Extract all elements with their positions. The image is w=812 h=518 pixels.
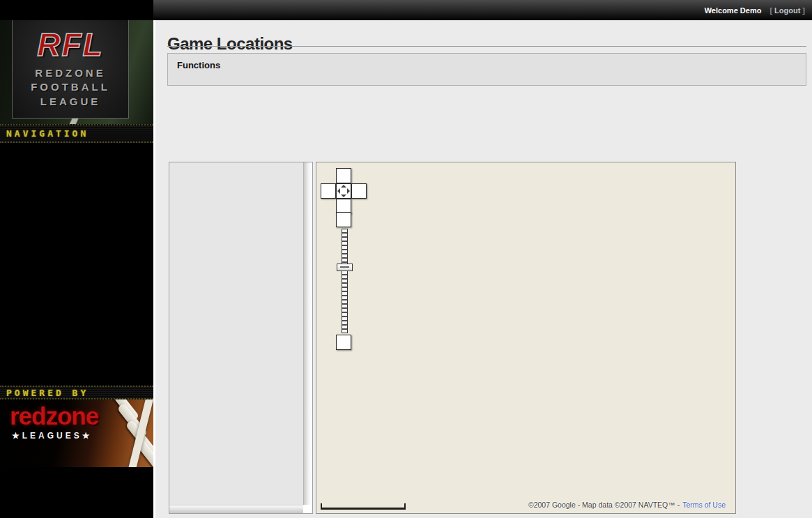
- welcome-text: Welcome Demo: [705, 6, 762, 15]
- powered-by-strip: POWERED BY: [0, 386, 153, 399]
- pan-right-button[interactable]: [351, 183, 367, 199]
- copyright-text: ©2007 Google - Map data ©2007 NAVTEQ™ -: [528, 501, 680, 509]
- zoom-in-button[interactable]: [336, 212, 351, 227]
- zoom-slider[interactable]: [342, 229, 348, 333]
- navigation-header-strip: NAVIGATION: [0, 124, 153, 143]
- powered-by-label: POWERED BY: [6, 388, 89, 398]
- rfl-logo: RFL REDZONE FOOTBALL LEAGUE: [12, 19, 129, 119]
- main-content: Game Locations Functions: [153, 0, 812, 518]
- sidebar: RFL REDZONE FOOTBALL LEAGUE NAVIGATION P…: [0, 0, 153, 518]
- topbar-left-cap: [0, 0, 153, 20]
- functions-heading: Functions: [177, 60, 797, 70]
- logout-bracket-right: ]: [802, 6, 805, 15]
- locations-panel: [169, 162, 313, 514]
- center-arrow-left-icon: [337, 188, 340, 194]
- brand-logo: redzone ★LEAGUES★: [0, 399, 153, 467]
- topbar: Welcome Demo [ Logout ]: [153, 0, 812, 20]
- logout-group: [ Logout ]: [769, 6, 805, 15]
- zoom-out-button[interactable]: [336, 335, 351, 350]
- rfl-logo-acronym: RFL: [37, 29, 103, 61]
- brand-name: redzone: [10, 402, 98, 430]
- map-copyright: ©2007 Google - Map data ©2007 NAVTEQ™ -T…: [528, 501, 726, 509]
- location-list: [169, 162, 303, 505]
- zoom-slider-handle[interactable]: [337, 264, 353, 271]
- map-panel[interactable]: ©2007 Google - Map data ©2007 NAVTEQ™ -T…: [316, 162, 736, 514]
- locations-horizontal-scrollbar[interactable]: [169, 505, 303, 513]
- map-scale-bar: [321, 503, 406, 510]
- pan-up-button[interactable]: [336, 168, 351, 183]
- center-arrow-down-icon: [341, 195, 346, 197]
- rfl-logo-line-2: FOOTBALL: [31, 80, 110, 94]
- rfl-logo-line-1: REDZONE: [35, 66, 105, 80]
- navigation-header: NAVIGATION: [6, 128, 89, 139]
- logout-bracket-left: [: [769, 6, 772, 15]
- terms-of-use-link[interactable]: Terms of Use: [682, 501, 726, 509]
- functions-panel: Functions: [167, 53, 806, 86]
- pan-center-button[interactable]: [336, 183, 351, 199]
- logout-link[interactable]: Logout: [774, 6, 800, 15]
- scrollbar-corner: [303, 505, 312, 513]
- brand-subtitle: ★LEAGUES★: [12, 431, 93, 441]
- map-canvas: [316, 162, 735, 513]
- locations-vertical-scrollbar[interactable]: [303, 162, 312, 505]
- page-title: Game Locations: [167, 34, 293, 54]
- pan-left-button[interactable]: [321, 183, 336, 199]
- center-arrow-up-icon: [341, 185, 346, 188]
- rfl-logo-line-3: LEAGUE: [40, 95, 101, 109]
- center-arrow-right-icon: [347, 188, 350, 194]
- title-divider: [167, 46, 806, 47]
